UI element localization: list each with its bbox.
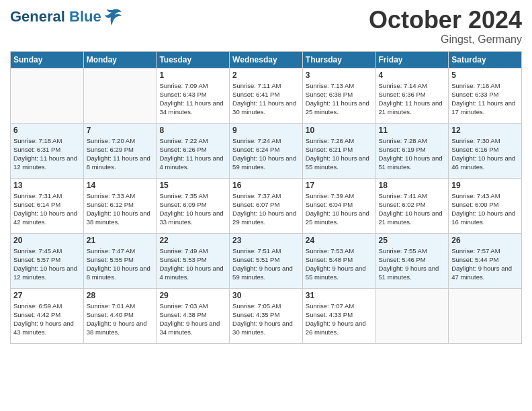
sunrise-text: Sunrise: 7:35 AM	[159, 191, 226, 200]
sunrise-text: Sunrise: 7:22 AM	[159, 136, 226, 145]
day-info: Sunrise: 7:33 AMSunset: 6:12 PMDaylight:…	[87, 191, 154, 227]
sunset-text: Sunset: 6:31 PM	[13, 145, 81, 154]
day-info: Sunrise: 7:01 AMSunset: 4:40 PMDaylight:…	[87, 302, 154, 337]
day-number: 14	[87, 181, 154, 190]
day-number: 16	[232, 181, 300, 190]
day-info: Sunrise: 6:59 AMSunset: 4:42 PMDaylight:…	[13, 302, 81, 337]
table-row: 12Sunrise: 7:30 AMSunset: 6:16 PMDayligh…	[449, 123, 522, 178]
day-info: Sunrise: 7:24 AMSunset: 6:24 PMDaylight:…	[232, 136, 300, 172]
day-info: Sunrise: 7:18 AMSunset: 6:31 PMDaylight:…	[13, 136, 81, 172]
day-number: 11	[379, 126, 446, 135]
table-row: 9Sunrise: 7:24 AMSunset: 6:24 PMDaylight…	[230, 123, 303, 178]
day-number: 10	[306, 126, 373, 135]
sunrise-text: Sunrise: 7:13 AM	[306, 81, 373, 90]
day-info: Sunrise: 7:43 AMSunset: 6:00 PMDaylight:…	[451, 191, 519, 227]
sunset-text: Sunset: 4:40 PM	[87, 310, 154, 319]
calendar-week-row: 6Sunrise: 7:18 AMSunset: 6:31 PMDaylight…	[11, 123, 522, 178]
table-row: 1Sunrise: 7:09 AMSunset: 6:43 PMDaylight…	[157, 68, 230, 123]
day-info: Sunrise: 7:45 AMSunset: 5:57 PMDaylight:…	[13, 246, 81, 282]
table-row: 24Sunrise: 7:53 AMSunset: 5:48 PMDayligh…	[302, 233, 375, 288]
day-info: Sunrise: 7:47 AMSunset: 5:55 PMDaylight:…	[87, 246, 154, 282]
daylight-text: Daylight: 10 hours and 29 minutes.	[232, 209, 300, 227]
daylight-text: Daylight: 11 hours and 17 minutes.	[451, 99, 519, 117]
calendar-header-row: Sunday Monday Tuesday Wednesday Thursday…	[11, 51, 522, 68]
sunset-text: Sunset: 6:14 PM	[13, 200, 81, 209]
day-number: 12	[451, 126, 519, 135]
location-title: Gingst, Germany	[369, 34, 522, 46]
sunset-text: Sunset: 5:53 PM	[159, 255, 226, 264]
sunset-text: Sunset: 6:02 PM	[379, 200, 446, 209]
sunset-text: Sunset: 6:26 PM	[159, 145, 226, 154]
daylight-text: Daylight: 10 hours and 16 minutes.	[451, 209, 519, 227]
table-row: 23Sunrise: 7:51 AMSunset: 5:51 PMDayligh…	[230, 233, 303, 288]
daylight-text: Daylight: 11 hours and 34 minutes.	[159, 99, 226, 117]
daylight-text: Daylight: 10 hours and 59 minutes.	[232, 154, 300, 172]
col-saturday: Saturday	[449, 51, 522, 68]
table-row: 21Sunrise: 7:47 AMSunset: 5:55 PMDayligh…	[83, 233, 157, 288]
sunset-text: Sunset: 6:09 PM	[159, 200, 226, 209]
day-number: 24	[306, 236, 373, 245]
day-number: 20	[13, 236, 81, 245]
day-info: Sunrise: 7:09 AMSunset: 6:43 PMDaylight:…	[159, 81, 226, 117]
sunset-text: Sunset: 4:42 PM	[13, 310, 81, 319]
logo-general: General Blue	[10, 9, 101, 24]
col-friday: Friday	[375, 51, 449, 68]
daylight-text: Daylight: 10 hours and 46 minutes.	[451, 154, 519, 172]
day-info: Sunrise: 7:28 AMSunset: 6:19 PMDaylight:…	[379, 136, 446, 172]
sunset-text: Sunset: 5:57 PM	[13, 255, 81, 264]
table-row: 30Sunrise: 7:05 AMSunset: 4:35 PMDayligh…	[230, 288, 303, 343]
sunrise-text: Sunrise: 7:39 AM	[306, 191, 373, 200]
daylight-text: Daylight: 10 hours and 38 minutes.	[87, 209, 154, 227]
daylight-text: Daylight: 9 hours and 59 minutes.	[232, 264, 300, 282]
sunset-text: Sunset: 6:38 PM	[306, 90, 373, 99]
table-row: 26Sunrise: 7:57 AMSunset: 5:44 PMDayligh…	[449, 233, 522, 288]
sunrise-text: Sunrise: 7:49 AM	[159, 246, 226, 255]
table-row: 10Sunrise: 7:26 AMSunset: 6:21 PMDayligh…	[302, 123, 375, 178]
daylight-text: Daylight: 10 hours and 25 minutes.	[306, 209, 373, 227]
table-row: 17Sunrise: 7:39 AMSunset: 6:04 PMDayligh…	[302, 178, 375, 233]
table-row	[11, 68, 84, 123]
month-title: October 2024	[369, 7, 522, 34]
table-row: 20Sunrise: 7:45 AMSunset: 5:57 PMDayligh…	[11, 233, 84, 288]
day-info: Sunrise: 7:35 AMSunset: 6:09 PMDaylight:…	[159, 191, 226, 227]
sunset-text: Sunset: 4:35 PM	[232, 310, 300, 319]
day-info: Sunrise: 7:03 AMSunset: 4:38 PMDaylight:…	[159, 302, 226, 337]
sunset-text: Sunset: 6:04 PM	[306, 200, 373, 209]
sunrise-text: Sunrise: 7:05 AM	[232, 302, 300, 310]
calendar-week-row: 13Sunrise: 7:31 AMSunset: 6:14 PMDayligh…	[11, 178, 522, 233]
day-info: Sunrise: 7:49 AMSunset: 5:53 PMDaylight:…	[159, 246, 226, 282]
day-info: Sunrise: 7:20 AMSunset: 6:29 PMDaylight:…	[87, 136, 154, 172]
table-row: 8Sunrise: 7:22 AMSunset: 6:26 PMDaylight…	[157, 123, 230, 178]
daylight-text: Daylight: 11 hours and 21 minutes.	[379, 99, 446, 117]
daylight-text: Daylight: 10 hours and 55 minutes.	[306, 154, 373, 172]
day-info: Sunrise: 7:53 AMSunset: 5:48 PMDaylight:…	[306, 246, 373, 282]
day-number: 17	[306, 181, 373, 190]
day-info: Sunrise: 7:22 AMSunset: 6:26 PMDaylight:…	[159, 136, 226, 172]
sunrise-text: Sunrise: 7:01 AM	[87, 302, 154, 310]
day-info: Sunrise: 7:55 AMSunset: 5:46 PMDaylight:…	[379, 246, 446, 282]
day-number: 13	[13, 181, 81, 190]
sunset-text: Sunset: 5:51 PM	[232, 255, 300, 264]
day-number: 29	[159, 291, 226, 300]
sunrise-text: Sunrise: 7:30 AM	[451, 136, 519, 145]
day-number: 31	[306, 291, 373, 300]
day-number: 25	[379, 236, 446, 245]
header: General Blue October 2024 Gingst, German…	[10, 7, 522, 46]
sunrise-text: Sunrise: 7:47 AM	[87, 246, 154, 255]
day-info: Sunrise: 7:14 AMSunset: 6:36 PMDaylight:…	[379, 81, 446, 117]
table-row: 5Sunrise: 7:16 AMSunset: 6:33 PMDaylight…	[449, 68, 522, 123]
sunrise-text: Sunrise: 7:31 AM	[13, 191, 81, 200]
table-row: 22Sunrise: 7:49 AMSunset: 5:53 PMDayligh…	[157, 233, 230, 288]
sunrise-text: Sunrise: 7:03 AM	[159, 302, 226, 310]
day-info: Sunrise: 7:41 AMSunset: 6:02 PMDaylight:…	[379, 191, 446, 227]
sunrise-text: Sunrise: 7:51 AM	[232, 246, 300, 255]
day-info: Sunrise: 7:13 AMSunset: 6:38 PMDaylight:…	[306, 81, 373, 117]
table-row	[83, 68, 157, 123]
sunrise-text: Sunrise: 7:28 AM	[379, 136, 446, 145]
day-number: 4	[379, 71, 446, 80]
sunrise-text: Sunrise: 7:26 AM	[306, 136, 373, 145]
sunrise-text: Sunrise: 7:33 AM	[87, 191, 154, 200]
sunset-text: Sunset: 5:44 PM	[451, 255, 519, 264]
calendar-week-row: 27Sunrise: 6:59 AMSunset: 4:42 PMDayligh…	[11, 288, 522, 343]
logo: General Blue	[10, 7, 123, 27]
